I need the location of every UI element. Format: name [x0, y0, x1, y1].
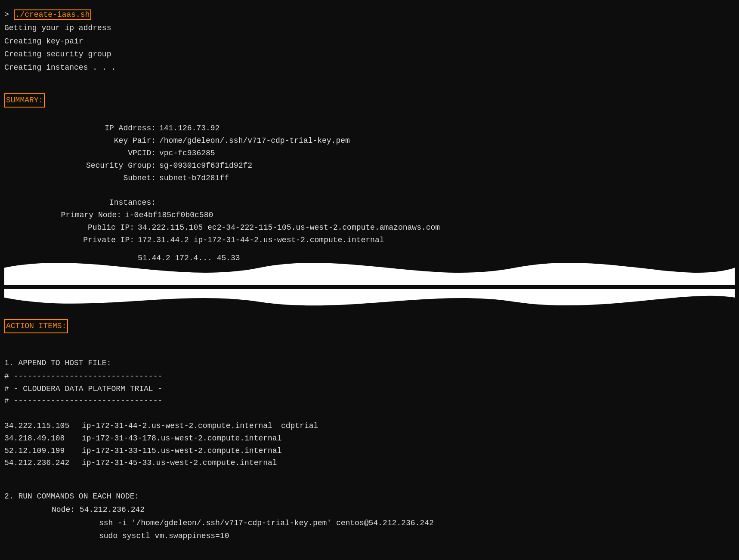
host-name-4: ip-172-31-45-33.us-west-2.compute.intern…: [82, 457, 277, 469]
wave-divider-2: [4, 289, 735, 315]
sudo-command: sudo sysctl vm.swappiness=10: [99, 532, 229, 540]
sg-label: Security Group:: [65, 160, 159, 172]
subnet-label: Subnet:: [65, 172, 159, 185]
output-line-2: Creating key-pair: [4, 35, 735, 48]
summary-subnet-row: Subnet: subnet-b7d281ff: [4, 172, 735, 185]
host-entry-2: 34.218.49.108 ip-172-31-43-178.us-west-2…: [4, 432, 735, 445]
action-1: 1. APPEND TO HOST FILE: # --------------…: [4, 357, 735, 469]
action-block: ACTION ITEMS: 1. APPEND TO HOST FILE: # …: [4, 319, 735, 542]
output-line-3: Creating security group: [4, 48, 735, 61]
terminal-window: > ./create-iaas.sh Getting your ip addre…: [0, 0, 739, 552]
primary-node-value: i-0e4bf185cf0b0c580: [125, 209, 213, 222]
public-ip-value: 34.222.115.105 ec2-34-222-115-105.us-wes…: [138, 222, 440, 234]
summary-sg-row: Security Group: sg-09301c9f63f1d92f2: [4, 160, 735, 172]
host-name-1: ip-172-31-44-2.us-west-2.compute.interna…: [82, 420, 272, 432]
command-text: ./create-iaas.sh: [14, 9, 92, 20]
sg-value: sg-09301c9f63f1d92f2: [159, 160, 252, 172]
private-ip-value: 172.31.44.2 ip-172-31-44-2.us-west-2.com…: [138, 234, 384, 246]
subnet-value: subnet-b7d281ff: [159, 172, 229, 185]
summary-ip-row: IP Address: 141.126.73.92: [4, 122, 735, 135]
action-2: 2. RUN COMMANDS ON EACH NODE: Node: 54.2…: [4, 490, 735, 542]
host-name-3: ip-172-31-33-115.us-west-2.compute.inter…: [82, 445, 281, 457]
summary-block: SUMMARY: IP Address: 141.126.73.92 Key P…: [4, 93, 735, 246]
command-line: > ./create-iaas.sh: [4, 9, 735, 21]
node-value: 54.212.236.242: [80, 505, 145, 514]
comment-2: # - CLOUDERA DATA PLATFORM TRIAL -: [4, 383, 735, 395]
summary-public-ip-row: Public IP: 34.222.115.105 ec2-34-222-115…: [4, 222, 735, 234]
host-entry-3: 52.12.109.199 ip-172-31-33-115.us-west-2…: [4, 445, 735, 457]
host-ip-1: 34.222.115.105: [4, 420, 73, 432]
summary-header-text: SUMMARY:: [4, 93, 45, 108]
keypair-value: /home/gdeleon/.ssh/v717-cdp-trial-key.pe…: [159, 135, 350, 147]
summary-vpcid-row: VPCID: vpc-fc936285: [4, 147, 735, 160]
output-line-4: Creating instances . . .: [4, 62, 735, 74]
comment-3: # --------------------------------: [4, 395, 735, 407]
host-alias-1: cdptrial: [281, 420, 318, 432]
host-entry-1: 34.222.115.105 ip-172-31-44-2.us-west-2.…: [4, 420, 735, 432]
sudo-command-line: sudo sysctl vm.swappiness=10: [4, 530, 735, 542]
node-line: Node: 54.212.236.242: [4, 504, 735, 516]
ssh-command-line: ssh -i '/home/gdeleon/.ssh/v717-cdp-tria…: [4, 517, 735, 529]
ssh-command: ssh -i '/home/gdeleon/.ssh/v717-cdp-tria…: [99, 519, 434, 527]
public-ip-label: Public IP:: [4, 222, 138, 234]
keypair-label: Key Pair:: [65, 135, 159, 147]
private-ip-label: Private IP:: [4, 234, 138, 246]
action-2-title: 2. RUN COMMANDS ON EACH NODE:: [4, 490, 735, 503]
instances-label: Instances:: [65, 197, 159, 209]
action-header-text: ACTION ITEMS:: [4, 319, 68, 333]
vpcid-value: vpc-fc936285: [159, 147, 215, 160]
node-label: Node:: [52, 505, 75, 514]
summary-header: SUMMARY:: [4, 93, 735, 110]
comment-1: # --------------------------------: [4, 370, 735, 383]
summary-instances-row: Instances:: [4, 197, 735, 209]
vpcid-label: VPCID:: [65, 147, 159, 160]
host-name-2: ip-172-31-43-178.us-west-2.compute.inter…: [82, 432, 281, 445]
host-entry-4: 54.212.236.242 ip-172-31-45-33.us-west-2…: [4, 457, 735, 469]
prompt: >: [4, 10, 9, 19]
summary-private-ip-row: Private IP: 172.31.44.2 ip-172-31-44-2.u…: [4, 234, 735, 246]
primary-node-label: Primary Node:: [4, 209, 125, 222]
summary-keypair-row: Key Pair: /home/gdeleon/.ssh/v717-cdp-tr…: [4, 135, 735, 147]
host-ip-2: 34.218.49.108: [4, 432, 73, 445]
action-header: ACTION ITEMS:: [4, 319, 735, 336]
summary-primary-node-row: Primary Node: i-0e4bf185cf0b0c580: [4, 209, 735, 222]
ip-label: IP Address:: [65, 122, 159, 135]
ip-value: 141.126.73.92: [159, 122, 220, 135]
host-ip-3: 52.12.109.199: [4, 445, 73, 457]
host-ip-4: 54.212.236.242: [4, 457, 73, 469]
action-1-title: 1. APPEND TO HOST FILE:: [4, 357, 735, 369]
wave-divider-1: 51.44.2 172.4... 45.33: [4, 250, 735, 285]
output-line-1: Getting your ip address: [4, 22, 735, 34]
